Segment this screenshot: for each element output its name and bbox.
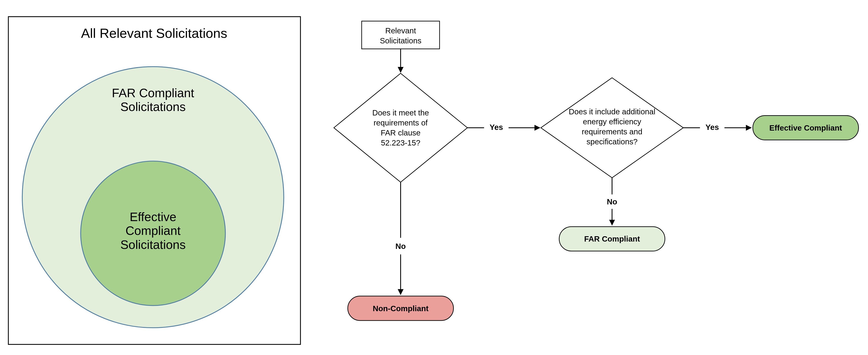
flow-d1-no-label: No bbox=[396, 242, 406, 250]
flow-d2-l2: energy efficiency bbox=[583, 117, 641, 126]
flow-start-label-2: Solicitations bbox=[380, 36, 422, 45]
flow-term-noncompliant-label: Non-Compliant bbox=[373, 304, 429, 313]
flow-d2-no-label: No bbox=[607, 197, 617, 206]
venn-effective-label-2: Compliant bbox=[125, 224, 181, 238]
flow-term-effective-label: Effective Compliant bbox=[769, 123, 842, 132]
svg-marker-0 bbox=[334, 73, 467, 182]
flow-d1-l2: requirements of bbox=[374, 118, 428, 127]
flow-decision-1: Does it meet the requirements of FAR cla… bbox=[334, 73, 467, 182]
flow-d2-l3: requirements and bbox=[582, 127, 642, 136]
flow-term-noncompliant: Non-Compliant bbox=[348, 296, 454, 321]
venn-far-label-2: Solicitations bbox=[120, 100, 186, 114]
venn-diagram: All Relevant Solicitations FAR Compliant… bbox=[8, 17, 300, 344]
venn-effective-label-1: Effective bbox=[130, 210, 177, 224]
flowchart: Relevant Solicitations Does it meet the … bbox=[334, 21, 859, 321]
flow-d1-l1: Does it meet the bbox=[372, 108, 429, 117]
flow-d2-l4: specifications? bbox=[587, 137, 638, 146]
flow-d2-l1: Does it include additional bbox=[569, 107, 655, 116]
venn-outer-box-label: All Relevant Solicitations bbox=[81, 26, 227, 41]
flow-term-far-label: FAR Compliant bbox=[584, 235, 640, 243]
flow-d2-yes-label: Yes bbox=[706, 123, 719, 132]
flow-term-far: FAR Compliant bbox=[559, 227, 665, 251]
flow-d1-yes-label: Yes bbox=[490, 123, 503, 132]
flow-decision-2: Does it include additional energy effici… bbox=[541, 78, 683, 178]
flow-d1-l3: FAR clause bbox=[381, 128, 421, 137]
flow-d1-l4: 52.223-15? bbox=[381, 138, 421, 147]
flow-start-label-1: Relevant bbox=[385, 26, 416, 35]
diagram-root: All Relevant Solicitations FAR Compliant… bbox=[0, 0, 868, 355]
venn-far-label-1: FAR Compliant bbox=[112, 86, 194, 100]
venn-effective-label-3: Solicitations bbox=[120, 238, 186, 252]
flow-term-effective: Effective Compliant bbox=[753, 115, 859, 140]
